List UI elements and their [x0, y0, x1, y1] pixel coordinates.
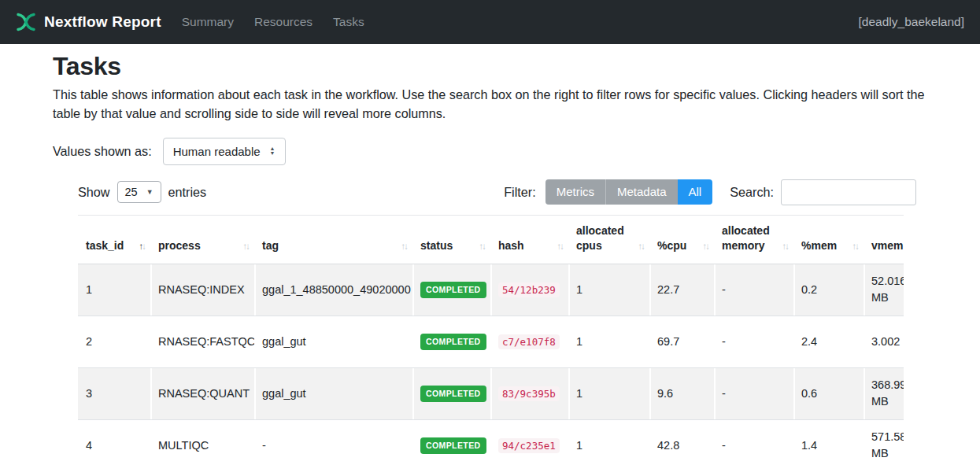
- show-entries-group: Show 25 ▼ entries: [78, 181, 206, 203]
- table-row: 1 RNASEQ:INDEX ggal_1_48850000_49020000 …: [78, 264, 904, 316]
- cell-tag: ggal_gut: [254, 367, 412, 419]
- cell-allocated-memory: -: [714, 264, 793, 316]
- filter-button-metrics[interactable]: Metrics: [545, 179, 605, 205]
- status-badge: COMPLETED: [420, 334, 486, 350]
- sort-icon: ↑↓: [852, 241, 859, 253]
- search-group: Search:: [730, 179, 916, 205]
- nextflow-logo-icon: [16, 12, 36, 32]
- cell-tag: ggal_gut: [254, 316, 412, 367]
- topbar: Nextflow Report Summary Resources Tasks …: [0, 0, 980, 44]
- column-header-process[interactable]: process ↑↓: [150, 215, 254, 264]
- sort-icon: ↑↓: [638, 241, 645, 253]
- values-shown-label: Values shown as:: [53, 144, 152, 159]
- cell-allocated-cpus: 1: [568, 264, 649, 316]
- column-label: allocated cpus: [576, 224, 624, 252]
- cell-tag: ggal_1_48850000_49020000: [254, 264, 412, 316]
- cell-tag: -: [254, 419, 412, 465]
- cell-process: RNASEQ:INDEX: [150, 264, 254, 316]
- hash-code: c7/e107f8: [498, 334, 560, 349]
- cell-status: COMPLETED: [412, 264, 490, 316]
- column-header-vmem[interactable]: vmem ↑↓: [864, 215, 904, 264]
- tasks-table-scroll-area[interactable]: task_id ↑↓ process ↑↓ tag ↑↓ status ↑↓: [78, 215, 904, 465]
- column-header-allocated-cpus[interactable]: allocated cpus ↑↓: [568, 215, 649, 264]
- column-header-hash[interactable]: hash ↑↓: [490, 215, 568, 264]
- chevron-down-icon: ▼: [146, 188, 153, 196]
- column-label: status: [420, 239, 453, 252]
- column-header-pct-cpu[interactable]: %cpu ↑↓: [649, 215, 714, 264]
- cell-allocated-cpus: 1: [568, 419, 649, 465]
- cell-allocated-cpus: 1: [568, 367, 649, 419]
- column-label: task_id: [86, 239, 124, 252]
- column-header-tag[interactable]: tag ↑↓: [254, 215, 412, 264]
- sort-icon: ↑↓: [243, 241, 250, 253]
- table-header-row: task_id ↑↓ process ↑↓ tag ↑↓ status ↑↓: [78, 215, 904, 264]
- cell-allocated-memory: -: [714, 367, 793, 419]
- cell-allocated-memory: -: [714, 316, 793, 367]
- table-row: 2 RNASEQ:FASTQC ggal_gut COMPLETED c7/e1…: [78, 316, 904, 367]
- filter-group: Filter: Metrics Metadata All: [504, 179, 712, 205]
- column-label: %cpu: [657, 239, 686, 252]
- filter-button-metadata[interactable]: Metadata: [605, 179, 678, 205]
- page-title: Tasks: [53, 52, 927, 81]
- brand-title: Nextflow Report: [44, 13, 161, 31]
- page-description: This table shows information about each …: [53, 86, 927, 124]
- cell-hash: 54/12b239: [490, 264, 568, 316]
- column-header-status[interactable]: status ↑↓: [412, 215, 490, 264]
- cell-task-id: 2: [78, 316, 150, 367]
- show-label: Show: [78, 185, 110, 200]
- entries-label: entries: [168, 185, 207, 200]
- cell-task-id: 1: [78, 264, 150, 316]
- status-badge: COMPLETED: [420, 437, 486, 454]
- brand[interactable]: Nextflow Report: [16, 12, 161, 32]
- column-label: hash: [498, 239, 524, 252]
- hash-code: 94/c235e1: [498, 438, 560, 453]
- column-label: process: [158, 239, 201, 252]
- cell-hash: 83/9c395b: [490, 367, 568, 419]
- sort-icon: ↑↓: [401, 241, 408, 253]
- values-shown-select[interactable]: Human readable ▲▼: [163, 138, 286, 165]
- cell-vmem: 368.99 MB: [864, 367, 904, 419]
- cell-pct-mem: 0.6: [793, 367, 864, 419]
- sort-asc-icon: ↑↓: [139, 241, 146, 253]
- column-label: allocated memory: [722, 224, 770, 252]
- table-controls: Show 25 ▼ entries Filter: Metrics Metada…: [53, 179, 927, 205]
- cell-status: COMPLETED: [412, 316, 490, 367]
- hash-code: 54/12b239: [498, 282, 560, 297]
- status-badge: COMPLETED: [420, 282, 486, 298]
- column-header-task-id[interactable]: task_id ↑↓: [78, 215, 150, 264]
- cell-vmem: 3.002: [864, 316, 904, 367]
- cell-pct-cpu: 69.7: [649, 316, 714, 367]
- cell-process: MULTIQC: [150, 419, 254, 465]
- nav-item-tasks[interactable]: Tasks: [333, 15, 364, 29]
- cell-pct-mem: 1.4: [793, 419, 864, 465]
- cell-pct-mem: 2.4: [793, 316, 864, 367]
- cell-process: RNASEQ:QUANT: [150, 367, 254, 419]
- values-shown-row: Values shown as: Human readable ▲▼: [53, 138, 927, 165]
- hash-code: 83/9c395b: [498, 386, 560, 401]
- table-row: 3 RNASEQ:QUANT ggal_gut COMPLETED 83/9c3…: [78, 367, 904, 419]
- nav-item-resources[interactable]: Resources: [254, 15, 312, 29]
- main-content: Tasks This table shows information about…: [0, 52, 980, 465]
- column-header-allocated-memory[interactable]: allocated memory ↑↓: [714, 215, 793, 264]
- cell-vmem: 52.016 MB: [864, 264, 904, 316]
- cell-status: COMPLETED: [412, 367, 490, 419]
- sort-icon: ↑↓: [782, 241, 789, 253]
- table-row: 4 MULTIQC - COMPLETED 94/c235e1 1 42.8 -…: [78, 419, 904, 465]
- nav-item-summary[interactable]: Summary: [182, 15, 234, 29]
- cell-status: COMPLETED: [412, 419, 490, 465]
- cell-pct-mem: 0.2: [793, 264, 864, 316]
- filter-button-all[interactable]: All: [678, 179, 713, 205]
- cell-pct-cpu: 42.8: [649, 419, 714, 465]
- page-length-value: 25: [125, 186, 138, 198]
- cell-task-id: 4: [78, 419, 150, 465]
- tasks-table: task_id ↑↓ process ↑↓ tag ↑↓ status ↑↓: [78, 215, 904, 465]
- select-updown-icon: ▲▼: [270, 146, 276, 156]
- search-input[interactable]: [781, 179, 916, 205]
- column-label: %mem: [801, 239, 837, 252]
- cell-allocated-memory: -: [714, 419, 793, 465]
- column-label: tag: [262, 239, 279, 252]
- page-length-select[interactable]: 25 ▼: [117, 181, 161, 203]
- sort-icon: ↑↓: [479, 241, 486, 253]
- cell-vmem: 571.58 MB: [864, 419, 904, 465]
- column-header-pct-mem[interactable]: %mem ↑↓: [793, 215, 864, 264]
